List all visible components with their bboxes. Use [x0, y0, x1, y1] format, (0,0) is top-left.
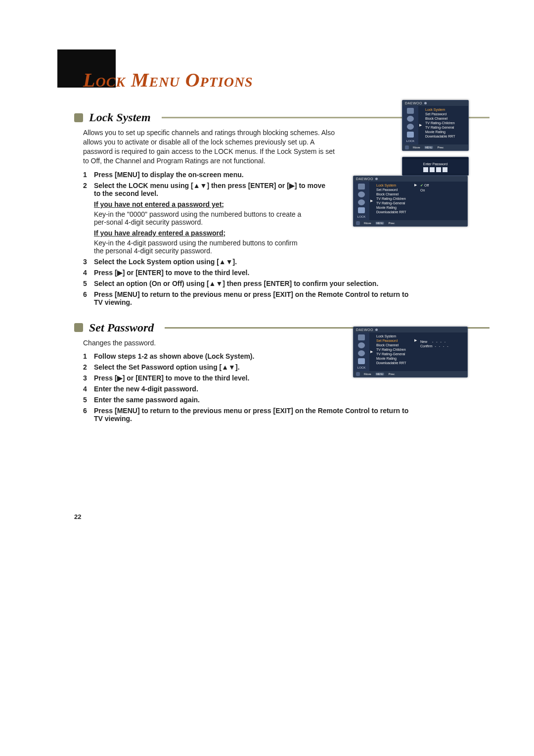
- brand-logo-icon: [375, 178, 378, 180]
- step-text: Select the LOCK menu using [▲▼] then pre…: [94, 182, 326, 197]
- digit-box: [430, 167, 435, 172]
- osd-screenshot-set-password: DAEWOO LOCK ▶ Lock System Set Password B…: [353, 327, 468, 378]
- menu-item-lock-system: Lock System: [376, 183, 411, 188]
- menu-button-icon: MENU: [424, 146, 434, 149]
- password-digit-boxes: [402, 167, 468, 172]
- osd-brand: DAEWOO: [354, 327, 467, 332]
- step-text: Enter the new 4-digit password.: [94, 385, 198, 393]
- menu-item-movie-rating: Movie Rating: [425, 130, 460, 134]
- chevron-right-icon: ▶: [370, 350, 373, 354]
- gear-icon: [407, 124, 414, 130]
- menu-item-tv-rating-children: TV Rating-Children: [376, 196, 411, 201]
- brand-text: DAEWOO: [356, 328, 373, 331]
- chevron-right-icon: ▶: [370, 199, 373, 203]
- step-text: Press [▶] or [ENTER] to move to the thir…: [94, 269, 249, 277]
- menu-item-downloadable-rrt: Downloadable RRT: [376, 210, 411, 214]
- section-title: Set Password: [89, 321, 159, 334]
- osd-sidebar: LOCK: [402, 106, 418, 144]
- menu-item-movie-rating: Movie Rating: [376, 356, 411, 361]
- menu-item-block-channel: Block Channel: [376, 343, 411, 347]
- menu-item-set-password: Set Password: [376, 338, 411, 343]
- lock-icon: [358, 207, 365, 213]
- osd-screenshot-lock-menu-level1: DAEWOO LOCK ▶ Lock System Set Password B…: [402, 100, 469, 151]
- step-4: Press [▶] or [ENTER] to move to the thir…: [83, 269, 490, 277]
- osd-menu-list: Lock System Set Password Block Channel T…: [374, 332, 413, 371]
- menu-item-downloadable-rrt: Downloadable RRT: [425, 134, 460, 139]
- substep-heading-not-entered: If you have not entered a password yet;: [94, 200, 302, 208]
- step-text: Select an option (On or Off) using [▲▼] …: [94, 280, 410, 287]
- section-bullet-icon: [74, 113, 83, 122]
- osd-tab-label: LOCK: [406, 140, 414, 142]
- osd-footer: Move MENUPrev.: [402, 144, 468, 150]
- digit-placeholder-row: - - - -: [432, 340, 446, 343]
- chevron-right-icon: ▶: [414, 338, 417, 342]
- digit-box: [443, 167, 447, 172]
- gear-icon: [407, 116, 414, 122]
- step-text: Follow steps 1-2 as shown above (Lock Sy…: [94, 352, 254, 360]
- step-text: Select the Set Password option using [▲▼…: [94, 363, 240, 371]
- osd-brand: DAEWOO: [402, 100, 468, 106]
- substep-heading-already-entered: If you have already entered a password;: [94, 229, 302, 237]
- option-off: Off: [420, 183, 429, 188]
- lock-icon: [358, 358, 365, 364]
- footer-move: Move: [413, 146, 420, 149]
- menu-item-block-channel: Block Channel: [425, 116, 460, 121]
- osd-menu-list: Lock System Set Password Block Channel T…: [374, 182, 413, 220]
- step-6: Press [MENU] to return to the previous m…: [83, 407, 490, 423]
- brand-logo-icon: [424, 102, 427, 104]
- step-5: Select an option (On or Off) using [▲▼] …: [83, 280, 490, 287]
- lock-icon: [407, 132, 414, 138]
- menu-item-tv-rating-children: TV Rating-Children: [376, 347, 411, 352]
- step-text: Press [MENU] to return to the previous m…: [94, 407, 410, 423]
- chevron-right-icon: ▶: [414, 183, 417, 187]
- step-4: Enter the new 4-digit password.: [83, 385, 490, 393]
- enter-password-label: Enter Password: [402, 162, 468, 166]
- menu-item-tv-rating-children: TV Rating-Children: [425, 121, 460, 125]
- footer-prev: Prev.: [437, 146, 444, 149]
- substep-body-not-entered: Key-in the "0000" password using the num…: [94, 210, 302, 226]
- section-bullet-icon: [74, 323, 83, 332]
- lock-system-intro: Allows you to set up specific channels a…: [83, 128, 335, 166]
- digit-box: [423, 167, 428, 172]
- osd-footer: Move MENUPrev.: [354, 371, 467, 377]
- spacer: [420, 334, 449, 339]
- substep-body-already-entered: Key-in the 4-digit password using the nu…: [94, 239, 302, 255]
- step-text: Select the Lock System option using [▲▼]…: [94, 258, 237, 266]
- step-text: Press [MENU] to display the on-screen me…: [94, 171, 244, 179]
- footer-prev: Prev.: [388, 222, 395, 225]
- osd-menu-list: Lock System Set Password Block Channel T…: [423, 106, 462, 144]
- dpad-icon: [356, 372, 360, 376]
- manual-page: Lock Menu Options Lock System Allows you…: [0, 0, 534, 756]
- step-5: Enter the same password again.: [83, 396, 490, 404]
- menu-item-tv-rating-general: TV Rating-General: [376, 352, 411, 356]
- digit-placeholder-row: - - - -: [435, 344, 449, 348]
- page-number: 22: [74, 513, 81, 520]
- brand-text: DAEWOO: [356, 177, 373, 181]
- tv-icon: [407, 108, 414, 114]
- digit-box: [436, 167, 441, 172]
- osd-screenshot-lock-system-options: DAEWOO LOCK ▶ Lock System Set Password B…: [353, 176, 468, 227]
- dpad-icon: [405, 145, 409, 149]
- gear-icon: [358, 342, 365, 348]
- menu-item-set-password: Set Password: [376, 188, 411, 192]
- gear-icon: [358, 350, 365, 356]
- content-area: Lock System Allows you to set up specifi…: [74, 104, 490, 425]
- osd-footer: Move MENUPrev.: [354, 220, 467, 226]
- osd-tab-label: LOCK: [357, 366, 365, 369]
- osd-brand: DAEWOO: [354, 176, 467, 182]
- menu-item-tv-rating-general: TV Rating-General: [425, 125, 460, 130]
- footer-move: Move: [364, 222, 371, 225]
- step-6: Press [MENU] to return to the previous m…: [83, 290, 490, 306]
- menu-item-movie-rating: Movie Rating: [376, 205, 411, 210]
- option-on: On: [420, 188, 429, 192]
- gear-icon: [358, 191, 365, 197]
- field-new: New - - - -: [420, 339, 449, 344]
- tv-icon: [358, 184, 365, 189]
- tv-icon: [358, 334, 365, 340]
- step-3: Select the Lock System option using [▲▼]…: [83, 258, 490, 266]
- menu-button-icon: MENU: [375, 222, 385, 225]
- menu-item-lock-system: Lock System: [425, 107, 460, 112]
- menu-button-icon: MENU: [375, 373, 385, 376]
- step-text: Press [▶] or [ENTER] to move to the thir…: [94, 374, 249, 382]
- brand-logo-icon: [375, 329, 378, 331]
